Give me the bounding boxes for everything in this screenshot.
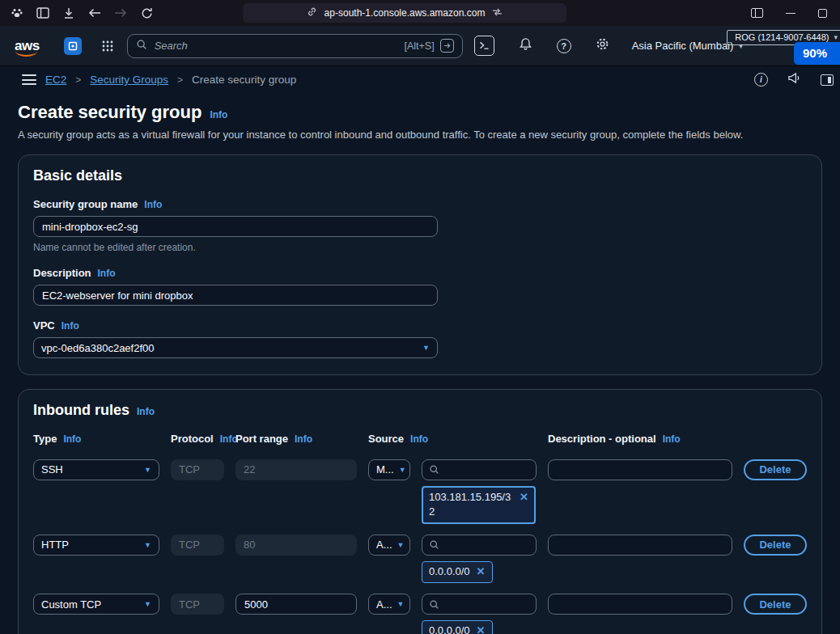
source-type-select[interactable]: M... ▼ — [368, 459, 410, 480]
vpc-select-value: vpc-0ed6a380c2aef2f00 — [41, 342, 155, 354]
source-type-select[interactable]: A... ▼ — [368, 594, 410, 615]
source-type-value: A... — [376, 598, 392, 611]
breadcrumb-bar: EC2 > Security Groups > Create security … — [0, 66, 840, 93]
chevron-down-icon: ▼ — [144, 600, 151, 608]
breadcrumb-link-ec2[interactable]: EC2 — [45, 74, 66, 86]
page-subtitle: A security group acts as a virtual firew… — [18, 129, 822, 141]
search-icon — [136, 39, 147, 53]
port-range-input[interactable] — [235, 594, 357, 615]
reader-pane-icon[interactable] — [751, 8, 763, 18]
col-port-label: Port range — [235, 433, 288, 445]
sidebar-toggle-icon[interactable] — [36, 6, 50, 20]
source-token-value: 0.0.0.0/0 — [429, 623, 470, 634]
breadcrumb-separator: > — [177, 74, 183, 86]
search-placeholder: Search — [155, 40, 188, 52]
inbound-rules-card: Inbound rules Info TypeInfo ProtocolInfo… — [18, 389, 822, 634]
info-link[interactable]: Info — [62, 320, 79, 332]
info-link[interactable]: Info — [137, 406, 155, 417]
chevron-down-icon: ▼ — [144, 466, 151, 474]
feedback-megaphone-icon[interactable] — [787, 72, 801, 87]
inbound-rule-row: SSH ▼ M... ▼ 103.181.15.195/32 ✕ — [33, 459, 807, 524]
site-permissions-icon[interactable] — [492, 7, 503, 19]
back-button-icon[interactable] — [87, 6, 102, 20]
console-home-icon[interactable] — [64, 37, 82, 55]
info-link[interactable]: Info — [144, 199, 162, 210]
protocol-input — [171, 459, 224, 480]
name-hint: Name cannot be edited after creation. — [33, 242, 807, 253]
minimize-button[interactable] — [786, 13, 795, 14]
type-select[interactable]: Custom TCP ▼ — [33, 594, 159, 615]
rule-description-input[interactable] — [548, 594, 732, 615]
port-range-input — [235, 535, 357, 556]
delete-rule-button[interactable]: Delete — [744, 594, 807, 615]
cloudshell-icon[interactable] — [474, 36, 494, 56]
rule-description-input[interactable] — [548, 535, 732, 556]
aws-console-header: aws Search [Alt+S] — [0, 26, 840, 66]
page-info-link[interactable]: Info — [210, 109, 227, 120]
info-link[interactable]: Info — [663, 433, 681, 445]
forward-button-icon[interactable] — [113, 6, 128, 20]
account-label: ROG (1214-9007-6448) — [735, 32, 829, 42]
source-search-input[interactable] — [422, 594, 537, 615]
source-search-input[interactable] — [422, 535, 537, 556]
type-select[interactable]: HTTP ▼ — [33, 535, 159, 556]
info-link[interactable]: Info — [410, 433, 428, 445]
reload-button-icon[interactable] — [139, 6, 154, 20]
split-panel-icon[interactable] — [821, 74, 834, 86]
hamburger-menu-icon[interactable] — [22, 74, 36, 85]
breadcrumb-link-security-groups[interactable]: Security Groups — [90, 74, 168, 86]
vpc-select[interactable]: vpc-0ed6a380c2aef2f00 ▼ — [33, 337, 438, 358]
downloads-icon[interactable] — [62, 6, 76, 20]
url-text: ap-south-1.console.aws.amazon.com — [325, 7, 486, 19]
link-icon — [307, 6, 317, 19]
chevron-down-icon: ▼ — [422, 344, 430, 352]
source-token[interactable]: 103.181.15.195/32 ✕ — [422, 486, 536, 524]
inbound-rule-row: Custom TCP ▼ A... ▼ 0.0.0.0/0 ✕ — [33, 594, 807, 634]
description-label: Description — [33, 267, 91, 279]
info-link[interactable]: Info — [295, 433, 312, 445]
zoom-indicator-badge[interactable]: 90% — [794, 42, 840, 65]
info-link[interactable]: Info — [63, 433, 81, 445]
maximize-button[interactable] — [818, 9, 827, 18]
info-link[interactable]: Info — [98, 268, 116, 279]
aws-logo[interactable]: aws — [15, 39, 40, 53]
col-description-label: Description - optional — [548, 433, 656, 445]
delete-rule-button[interactable]: Delete — [744, 459, 807, 480]
description-input[interactable] — [33, 285, 438, 306]
shortcut-icon — [440, 39, 454, 53]
col-protocol-label: Protocol — [171, 433, 214, 445]
basic-details-card: Basic details Security group name Info N… — [18, 154, 822, 375]
browser-toolbar: ap-south-1.console.aws.amazon.com — [0, 0, 840, 26]
help-icon[interactable]: ? — [557, 39, 571, 53]
token-dismiss-icon[interactable]: ✕ — [477, 623, 486, 634]
inbound-rules-header: TypeInfo ProtocolInfo Port rangeInfo Sou… — [33, 429, 807, 449]
security-group-name-label: Security group name — [33, 198, 138, 210]
source-token-value: 103.181.15.195/32 — [429, 490, 513, 519]
services-grid-icon[interactable] — [101, 40, 114, 53]
source-search-input[interactable] — [422, 459, 537, 480]
source-token[interactable]: 0.0.0.0/0 ✕ — [422, 620, 493, 634]
region-selector[interactable]: Asia Pacific (Mumbai) ▾ — [632, 40, 743, 52]
info-circle-icon[interactable]: i — [754, 73, 768, 87]
type-select[interactable]: SSH ▼ — [33, 459, 159, 480]
chevron-down-icon: ▼ — [144, 541, 151, 549]
delete-rule-button[interactable]: Delete — [744, 535, 807, 556]
rule-description-input[interactable] — [548, 459, 732, 480]
chevron-down-icon: ▼ — [397, 541, 405, 549]
url-bar[interactable]: ap-south-1.console.aws.amazon.com — [243, 3, 566, 23]
browser-logo-icon[interactable] — [10, 6, 24, 20]
notifications-bell-icon[interactable] — [519, 37, 532, 54]
protocol-input — [171, 535, 224, 556]
source-token[interactable]: 0.0.0.0/0 ✕ — [422, 561, 493, 583]
source-type-select[interactable]: A... ▼ — [368, 535, 410, 556]
chevron-down-icon: ▾ — [834, 33, 838, 41]
source-type-value: M... — [376, 463, 394, 476]
port-range-input — [235, 459, 357, 480]
region-label: Asia Pacific (Mumbai) — [632, 40, 734, 52]
global-search-input[interactable]: Search [Alt+S] — [127, 34, 463, 58]
type-select-value: HTTP — [41, 539, 69, 551]
token-dismiss-icon[interactable]: ✕ — [477, 564, 486, 579]
security-group-name-input[interactable] — [33, 216, 438, 237]
token-dismiss-icon[interactable]: ✕ — [520, 490, 528, 505]
settings-gear-icon[interactable] — [596, 37, 609, 54]
